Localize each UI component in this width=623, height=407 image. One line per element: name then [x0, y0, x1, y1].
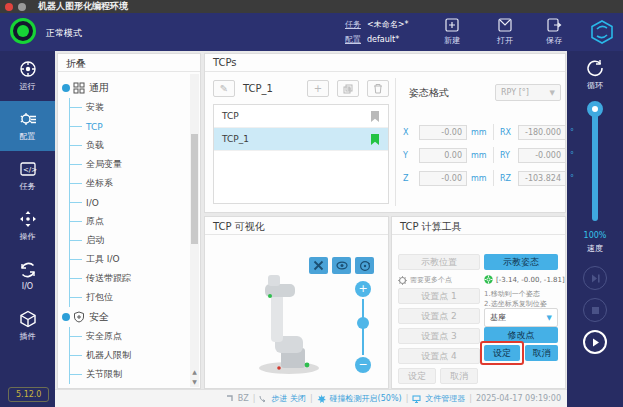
tree-group-safety[interactable]: 安全 [62, 307, 200, 327]
tree-item-tcp[interactable]: TCP [70, 117, 200, 136]
tree-scrollbar[interactable]: ▲ ▼ [190, 74, 199, 387]
step-forward-button[interactable] [583, 266, 607, 290]
app-header: 正常模式 任务<未命名>* 配置default* 新建 打开 保存 [0, 13, 623, 51]
window-close-button[interactable] [5, 3, 13, 11]
step-status[interactable]: 步进 关闭 [271, 393, 306, 404]
loop-control[interactable]: 循环 [567, 58, 623, 91]
chevron-down-icon: ▼ [547, 314, 552, 322]
x-field[interactable]: -0.00 [419, 125, 467, 140]
config-name: 配置default* [345, 34, 399, 45]
cancel-button-left[interactable]: 取消 [440, 368, 478, 384]
need-points-status: 需要更多个点 [398, 275, 452, 285]
delete-tcp-button[interactable] [367, 80, 389, 97]
tree-item-home[interactable]: 原点 [70, 212, 200, 231]
add-tcp-button[interactable]: + [307, 80, 329, 97]
tree-scrollbar-thumb[interactable] [191, 134, 198, 244]
pose-format-dropdown[interactable]: RPY [°]▼ [495, 84, 561, 101]
brand-logo-icon [589, 19, 615, 45]
mode-status-icon[interactable] [10, 18, 36, 44]
sidebar-item-plugin[interactable]: 插件 [0, 301, 55, 351]
set-button-left[interactable]: 设定 [398, 368, 436, 384]
left-nav-sidebar: 运行 配置 </> 任务 操作 I/O 插件 5.12.0 [0, 51, 55, 407]
tcp-list-row[interactable]: TCP [214, 105, 388, 128]
set-point-1-button[interactable]: 设置点 1 [398, 288, 480, 304]
tree-item-joint-limits[interactable]: 关节限制 [70, 365, 200, 384]
tree-group-general[interactable]: 通用 [62, 78, 200, 98]
bookmark-active-icon[interactable] [370, 133, 380, 146]
frame-dropdown[interactable]: 基座▼ [484, 308, 558, 327]
sidebar-item-operate[interactable]: 操作 [0, 201, 55, 251]
save-button[interactable]: 保存 [532, 17, 576, 46]
tcp-list-row[interactable]: TCP_1 [214, 128, 388, 151]
collapse-toggle-icon[interactable] [62, 313, 70, 321]
set-point-4-button[interactable]: 设置点 4 [398, 348, 480, 364]
ry-unit: ° [566, 151, 586, 160]
rz-field[interactable]: -103.824 [518, 171, 566, 186]
hint-line-1: 1.移动到一个姿态 [484, 289, 540, 299]
view-button[interactable] [332, 257, 351, 274]
scroll-up-icon[interactable]: ▲ [190, 367, 199, 377]
rename-button[interactable]: ✎ [213, 80, 235, 97]
speed-slider[interactable] [592, 103, 598, 221]
z-field[interactable]: -0.00 [419, 171, 467, 186]
sidebar-item-config[interactable]: 配置 [0, 101, 55, 151]
rx-field[interactable]: -180.000 [518, 125, 566, 140]
tree-item-startup[interactable]: 启动 [70, 231, 200, 250]
tree-item-pack-position[interactable]: 打包位 [70, 288, 200, 307]
task-value: <未命名>* [367, 20, 408, 29]
window-minimize-button[interactable] [18, 3, 26, 11]
tcps-panel-title: TCPs [205, 54, 565, 72]
set-point-2-button[interactable]: 设置点 2 [398, 308, 480, 324]
copy-tcp-button[interactable] [337, 80, 359, 97]
scroll-down-icon[interactable]: ▼ [190, 377, 199, 387]
play-button[interactable] [583, 330, 607, 354]
tcp-name-field[interactable]: TCP_1 [243, 83, 307, 94]
teach-pose-button[interactable]: 示教姿态 [484, 254, 558, 270]
pose-format-row: 姿态格式 RPY [°]▼ [409, 84, 561, 101]
zoom-in-button[interactable]: + [355, 281, 371, 297]
mode-label: 正常模式 [46, 27, 82, 40]
rotate-view-button[interactable] [355, 257, 374, 274]
tree-item-tool-io[interactable]: 工具 I/O [70, 250, 200, 269]
speed-slider-handle[interactable] [587, 101, 603, 117]
ry-field[interactable]: -0.000 [518, 148, 566, 163]
tree-item-robot-limits[interactable]: 机器人限制 [70, 346, 200, 365]
sidebar-item-run[interactable]: 运行 [0, 51, 55, 101]
zoom-out-button[interactable]: − [355, 357, 371, 373]
tree-item-io[interactable]: I/O [70, 193, 200, 212]
new-button[interactable]: 新建 [430, 17, 474, 46]
teach-position-button[interactable]: 示教位置 [398, 254, 480, 270]
sidebar-item-io[interactable]: I/O [0, 251, 55, 301]
y-field[interactable]: 0.00 [419, 148, 467, 163]
collision-icon [317, 394, 326, 403]
open-file-icon [497, 17, 513, 33]
collapse-toggle-icon[interactable] [62, 84, 70, 92]
save-icon [546, 17, 562, 33]
speed-label: 速度 [567, 243, 623, 254]
tree-item-install[interactable]: 安装 [70, 98, 200, 117]
cancel-button[interactable]: 取消 [525, 345, 558, 361]
tree-panel-title[interactable]: 折叠 [58, 54, 200, 72]
plus-icon: + [314, 83, 322, 94]
bookmark-icon[interactable] [370, 110, 380, 123]
zoom-slider-handle[interactable] [357, 317, 369, 329]
stop-button[interactable] [583, 298, 607, 322]
tree-item-global-variables[interactable]: 全局变量 [70, 155, 200, 174]
cube-icon [19, 310, 37, 328]
set-point-3-button[interactable]: 设置点 3 [398, 328, 480, 344]
sidebar-item-task[interactable]: </> 任务 [0, 151, 55, 201]
tree-item-safe-home[interactable]: 安全原点 [70, 327, 200, 346]
collision-status[interactable]: 碰撞检测开启(50%) [330, 393, 402, 404]
open-button[interactable]: 打开 [483, 17, 527, 46]
tree-item-conveyor-tracking[interactable]: 传送带跟踪 [70, 269, 200, 288]
gear-icon [19, 110, 37, 128]
safety-children: 安全原点 机器人限制 关节限制 [69, 327, 200, 384]
orbit-icon [359, 260, 371, 272]
tree-item-payload[interactable]: 负载 [70, 136, 200, 155]
tree-item-coordinate-system[interactable]: 坐标系 [70, 174, 200, 193]
file-manager-link[interactable]: 文件管理器 [425, 393, 465, 404]
move-icon [19, 210, 37, 228]
ry-label: RY [500, 151, 518, 160]
robot-arm-image[interactable] [241, 272, 331, 377]
y-unit: mm [467, 151, 487, 160]
